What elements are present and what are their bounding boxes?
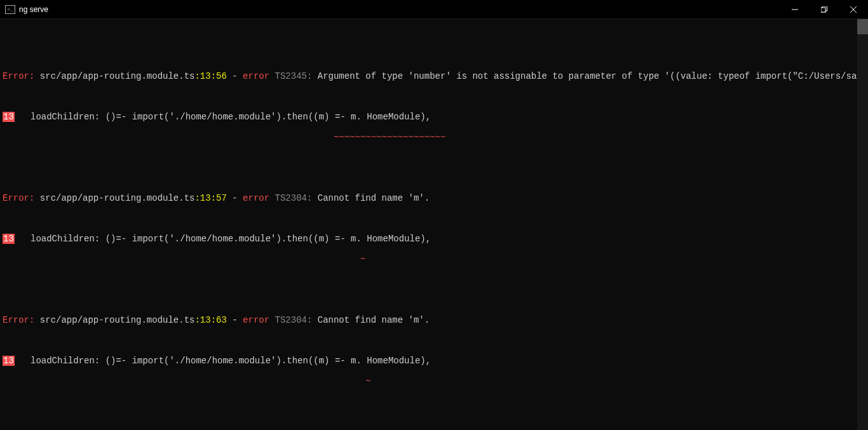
blank-line <box>3 396 868 406</box>
minimize-icon <box>792 6 798 13</box>
line-number: 13 <box>3 234 15 244</box>
error-location: :13:56 <box>194 71 226 81</box>
code-text: loadChildren: ()=- import('./home/home.m… <box>15 112 431 122</box>
svg-rect-3 <box>821 8 825 12</box>
blank-line <box>3 213 868 224</box>
error-code: TS2304: <box>269 315 312 325</box>
error-path: src/app/app-routing.module.ts <box>34 193 194 203</box>
blank-line <box>3 274 868 285</box>
error-separator: - <box>227 193 243 203</box>
error-label: Error: <box>3 315 34 325</box>
blank-line <box>3 417 868 427</box>
close-button[interactable] <box>839 0 868 18</box>
titlebar-left: >_ ng serve <box>5 5 48 14</box>
tilde-pad <box>3 376 365 386</box>
error-header: Error: src/app/app-routing.module.ts:13:… <box>3 193 868 203</box>
error-location: :13:57 <box>194 193 226 203</box>
error-path: src/app/app-routing.module.ts <box>34 71 194 81</box>
error-separator: - <box>227 71 243 81</box>
terminal-icon: >_ <box>5 5 15 14</box>
window-titlebar: >_ ng serve <box>0 0 868 19</box>
line-number: 13 <box>3 356 15 366</box>
code-text: loadChildren: ()=- import('./home/home.m… <box>15 356 431 366</box>
blank-line <box>3 30 868 41</box>
tilde-line: ~ <box>3 254 868 264</box>
error-separator: - <box>227 315 243 325</box>
terminal-output[interactable]: Error: src/app/app-routing.module.ts:13:… <box>0 19 868 430</box>
tilde-pad <box>3 132 334 142</box>
error-message: Cannot find name 'm'. <box>312 315 430 325</box>
scrollbar-thumb[interactable] <box>857 19 868 34</box>
maximize-button[interactable] <box>810 0 839 18</box>
error-word: error <box>243 315 269 325</box>
error-message: Cannot find name 'm'. <box>312 193 430 203</box>
blank-line <box>3 295 868 305</box>
error-word: error <box>243 71 269 81</box>
tilde-marker: ~ <box>360 254 365 264</box>
error-code: TS2345: <box>269 71 312 81</box>
close-icon <box>850 6 857 13</box>
blank-line <box>3 51 868 61</box>
tilde-line: ~~~~~~~~~~~~~~~~~~~~~ <box>3 132 868 142</box>
code-line: 13 loadChildren: ()=- import('./home/hom… <box>3 234 868 244</box>
blank-line <box>3 91 868 102</box>
tilde-marker: ~~~~~~~~~~~~~~~~~~~~~ <box>334 132 445 142</box>
error-header: Error: src/app/app-routing.module.ts:13:… <box>3 71 868 81</box>
tilde-pad <box>3 254 360 264</box>
tilde-line: ~ <box>3 376 868 386</box>
error-word: error <box>243 193 269 203</box>
line-number: 13 <box>3 112 15 122</box>
error-message: Argument of type 'number' is not assigna… <box>312 71 868 81</box>
blank-line <box>3 152 868 163</box>
error-label: Error: <box>3 71 34 81</box>
error-code: TS2304: <box>269 193 312 203</box>
blank-line <box>3 335 868 346</box>
minimize-button[interactable] <box>780 0 810 18</box>
window-controls <box>780 0 868 18</box>
error-header: Error: src/app/app-routing.module.ts:13:… <box>3 315 868 325</box>
maximize-icon <box>821 6 827 13</box>
code-line: 13 loadChildren: ()=- import('./home/hom… <box>3 356 868 366</box>
scrollbar-track[interactable] <box>857 19 868 430</box>
error-location: :13:63 <box>194 315 226 325</box>
error-path: src/app/app-routing.module.ts <box>34 315 194 325</box>
code-line: 13 loadChildren: ()=- import('./home/hom… <box>3 112 868 122</box>
error-label: Error: <box>3 193 34 203</box>
tilde-marker: ~ <box>365 376 370 386</box>
blank-line <box>3 173 868 183</box>
window-title: ng serve <box>19 5 48 14</box>
code-text: loadChildren: ()=- import('./home/home.m… <box>15 234 431 244</box>
